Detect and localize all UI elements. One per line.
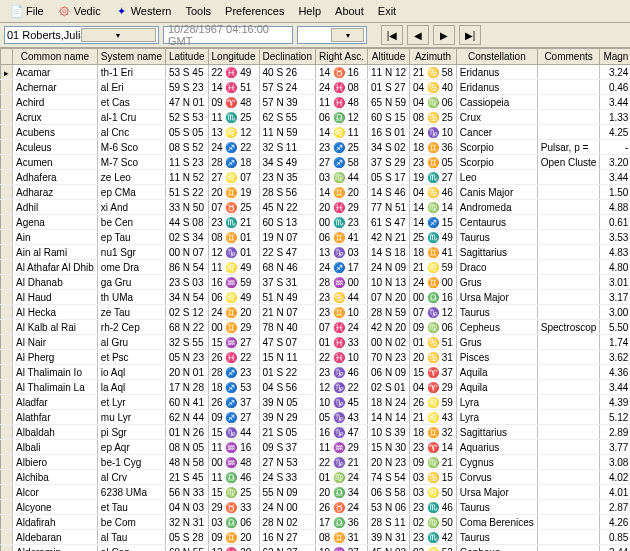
row-marker — [1, 290, 13, 305]
cell: 39 N 05 — [259, 395, 315, 410]
col-header[interactable]: Longitude — [208, 49, 259, 65]
chart-select[interactable]: 01 Roberts,Julia, Natal ▾ — [4, 26, 159, 44]
cell — [537, 110, 600, 125]
menu-about[interactable]: About — [329, 3, 370, 19]
table-row[interactable]: Ain al Raminu1 Sgr00 N 0712 ♑ 0122 S 471… — [1, 245, 631, 260]
table-row[interactable]: Aldafirahbe Com32 N 3103 ♎ 0628 N 0217 ♎… — [1, 515, 631, 530]
table-row[interactable]: Ainep Tau02 S 3408 ♊ 0119 N 0706 ♊ 4142 … — [1, 230, 631, 245]
cell: Leo — [456, 170, 537, 185]
cell: 28 ♒ 00 — [315, 275, 367, 290]
col-header[interactable]: Declination — [259, 49, 315, 65]
cell: Grus — [456, 335, 537, 350]
table-row[interactable]: Acruxal-1 Cru52 S 5311 ♏ 2562 S 5506 ♎ 1… — [1, 110, 631, 125]
cell: 68 N 22 — [165, 320, 208, 335]
cell: 09 ♈ 48 — [208, 95, 259, 110]
menu-western[interactable]: ✦Western — [109, 2, 178, 20]
cell: 74 S 54 — [368, 470, 410, 485]
chart-select-value: 01 Roberts,Julia, Natal — [7, 29, 81, 41]
col-header[interactable]: Common name — [13, 49, 98, 65]
menu-tools[interactable]: Tools — [179, 3, 217, 19]
cell: 32 S 11 — [259, 140, 315, 155]
nav-prev-button[interactable]: ◀ — [407, 25, 429, 45]
table-row[interactable]: Adhilxi And33 N 5007 ♉ 2545 N 2220 ♓ 297… — [1, 200, 631, 215]
cell: la Aql — [97, 380, 165, 395]
row-marker — [1, 365, 13, 380]
col-header[interactable]: Altitude — [368, 49, 410, 65]
menu-file[interactable]: 📄File — [4, 2, 50, 20]
datetime-input[interactable]: 10/28/1967 04:16:00 GMT — [163, 26, 293, 44]
table-row[interactable]: Adharazep CMa51 S 2220 ♊ 1928 S 5614 ♊ 2… — [1, 185, 631, 200]
cell — [537, 170, 600, 185]
western-icon: ✦ — [115, 4, 129, 18]
cell: Open Cluste — [537, 155, 600, 170]
cell: 1.74 — [600, 335, 630, 350]
cell: 16 ♑ 47 — [315, 425, 367, 440]
empty-select[interactable]: ▾ — [297, 26, 367, 44]
table-row[interactable]: Al Thalimain Lala Aql17 N 2818 ♐ 5304 S … — [1, 380, 631, 395]
table-row[interactable]: Aladfaret Lyr60 N 4126 ♐ 3739 N 0510 ♑ 4… — [1, 395, 631, 410]
cell: 11 ♌ 49 — [208, 260, 259, 275]
col-header[interactable]: Azimuth — [410, 49, 457, 65]
menu-exit[interactable]: Exit — [372, 3, 402, 19]
table-row[interactable]: AcumenM-7 Sco11 S 2328 ♐ 1834 S 4927 ♐ 5… — [1, 155, 631, 170]
col-header[interactable]: Right Asc. — [315, 49, 367, 65]
table-row[interactable]: Al Thalimain Ioio Aql20 N 0128 ♐ 2301 S … — [1, 365, 631, 380]
table-row[interactable]: Alderaminal Cep68 N 5512 ♓ 2062 N 2719 ♒… — [1, 545, 631, 552]
cell: 5.50 — [600, 320, 630, 335]
cell: 08 N 05 — [165, 440, 208, 455]
col-header[interactable] — [1, 49, 13, 65]
cell — [537, 245, 600, 260]
col-header[interactable]: Magn — [600, 49, 630, 65]
menu-vedic[interactable]: ۞Vedic — [52, 2, 107, 20]
table-row[interactable]: Acamarth-1 Eri53 S 4522 ♓ 4940 S 2614 ♉ … — [1, 65, 631, 80]
table-row[interactable]: Alchibaal Crv21 S 4511 ♎ 4624 S 3301 ♍ 2… — [1, 470, 631, 485]
row-marker — [1, 140, 13, 155]
col-header[interactable]: Constellation — [456, 49, 537, 65]
cell — [537, 275, 600, 290]
table-row[interactable]: Achirdet Cas47 N 0109 ♈ 4857 N 3911 ♓ 48… — [1, 95, 631, 110]
table-row[interactable]: Al Nairal Gru32 S 5515 ♒ 2747 S 0701 ♓ 3… — [1, 335, 631, 350]
cell: 3.20 — [600, 155, 630, 170]
cell: 21 ♌ 43 — [410, 410, 457, 425]
table-row[interactable]: Albaliep Aqr08 N 0511 ♒ 1609 S 3711 ♒ 29… — [1, 440, 631, 455]
row-marker — [1, 395, 13, 410]
cell: 39 N 29 — [259, 410, 315, 425]
table-row[interactable]: Alcyoneet Tau04 N 0329 ♉ 3324 N 0026 ♉ 2… — [1, 500, 631, 515]
table-row[interactable]: Albaldahpi Sgr01 N 2615 ♑ 4421 S 0516 ♑ … — [1, 425, 631, 440]
menu-help[interactable]: Help — [292, 3, 327, 19]
table-row[interactable]: Al Dhanabga Gru23 S 0316 ♒ 5937 S 3128 ♒… — [1, 275, 631, 290]
nav-first-button[interactable]: |◀ — [381, 25, 403, 45]
grid-container[interactable]: Common nameSystem nameLatitudeLongitudeD… — [0, 48, 630, 551]
table-row[interactable]: Al Kalb al Rairh-2 Cep68 N 2200 ♊ 2978 N… — [1, 320, 631, 335]
table-row[interactable]: Achernaral Eri59 S 2314 ♓ 5157 S 2424 ♓ … — [1, 80, 631, 95]
cell: 12 ♑ 01 — [208, 245, 259, 260]
cell: Al Thalimain Io — [13, 365, 98, 380]
cell: 45 N 22 — [259, 200, 315, 215]
col-header[interactable]: Comments — [537, 49, 600, 65]
cell: Scorpio — [456, 140, 537, 155]
table-row[interactable]: Al Pherget Psc05 N 2326 ♓ 2215 N 1122 ♓ … — [1, 350, 631, 365]
table-row[interactable]: Al Heckaze Tau02 S 1224 ♊ 2021 N 0723 ♊ … — [1, 305, 631, 320]
table-row[interactable]: Al Haudth UMa34 N 5406 ♌ 4951 N 4923 ♋ 4… — [1, 290, 631, 305]
table-row[interactable]: Alathfarmu Lyr62 N 4409 ♐ 2739 N 2905 ♑ … — [1, 410, 631, 425]
menu-preferences[interactable]: Preferences — [219, 3, 290, 19]
row-marker — [1, 260, 13, 275]
col-header[interactable]: System name — [97, 49, 165, 65]
cell: Andromeda — [456, 200, 537, 215]
table-row[interactable]: Al Athafar Al Dhibome Dra86 N 5411 ♌ 496… — [1, 260, 631, 275]
table-row[interactable]: AculeusM-6 Sco08 S 5224 ♐ 2232 S 1123 ♐ … — [1, 140, 631, 155]
cell: 05 S 05 — [165, 125, 208, 140]
col-header[interactable]: Latitude — [165, 49, 208, 65]
table-row[interactable]: Agenabe Cen44 S 0823 ♏ 2160 S 1300 ♏ 236… — [1, 215, 631, 230]
cell: 37 S 31 — [259, 275, 315, 290]
nav-next-button[interactable]: ▶ — [433, 25, 455, 45]
table-row[interactable]: Alcor6238 UMa56 N 3315 ♍ 2555 N 0920 ♎ 3… — [1, 485, 631, 500]
cell: al Cep — [97, 545, 165, 552]
cell — [537, 230, 600, 245]
table-row[interactable]: Acubensal Cnc05 S 0513 ♌ 1211 N 5914 ♌ 1… — [1, 125, 631, 140]
nav-last-button[interactable]: ▶| — [459, 25, 481, 45]
table-row[interactable]: Adhaferaze Leo11 N 5227 ♌ 0723 N 3503 ♍ … — [1, 170, 631, 185]
table-row[interactable]: Aldebaranal Tau05 S 2809 ♊ 2016 N 2708 ♊… — [1, 530, 631, 545]
row-marker — [1, 215, 13, 230]
table-row[interactable]: Albierobe-1 Cyg48 N 5800 ♒ 4827 N 5322 ♑… — [1, 455, 631, 470]
